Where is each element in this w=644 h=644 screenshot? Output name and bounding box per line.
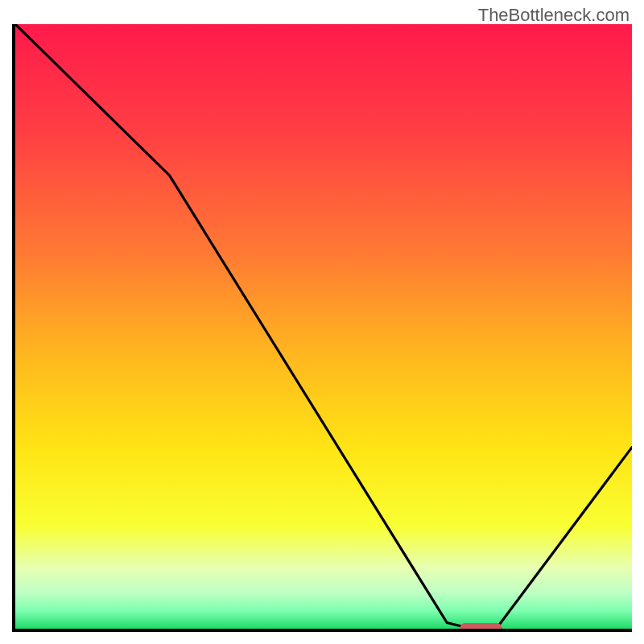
plot-area — [15, 24, 632, 629]
background-gradient — [15, 24, 632, 629]
watermark-label: TheBottleneck.com — [478, 5, 630, 26]
svg-rect-0 — [15, 24, 632, 629]
chart-container: TheBottleneck.com — [0, 0, 644, 644]
optimal-marker — [460, 623, 503, 629]
